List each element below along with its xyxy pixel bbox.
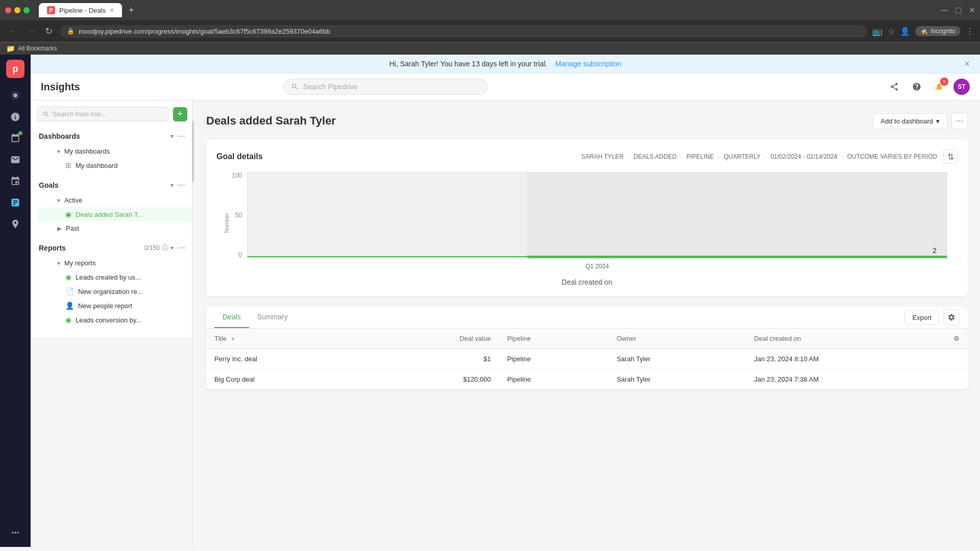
search-placeholder: Search Pipedrive [303, 83, 358, 91]
share-btn[interactable] [886, 79, 902, 95]
col-deal-value[interactable]: Deal value [369, 329, 499, 349]
table-row: Big Corp deal $120,000 Pipeline Sarah Ty… [206, 369, 968, 390]
cell-created-1: Jan 23, 2024 7:38 AM [746, 369, 968, 390]
goal-meta-sep3: · [718, 153, 720, 160]
col-owner[interactable]: Owner [608, 329, 746, 349]
header-search-bar[interactable]: Search Pipedrive [283, 79, 487, 95]
goal-meta-person: SARAH TYLER [581, 153, 624, 160]
sidebar-search-area: Search from Insi... + [37, 107, 187, 121]
chart-x-label: Q1 2024 [585, 263, 609, 270]
forward-btn[interactable]: → [24, 24, 38, 39]
cell-title-1[interactable]: Big Corp deal [206, 369, 369, 390]
sidebar: Search from Insi... + Dashboards ▾ ··· [31, 101, 194, 337]
browser-titlebar: P Pipeline - Deals × + ─ □ × [0, 0, 980, 20]
deals-tab-actions: Export [904, 309, 960, 325]
report-more-btn[interactable]: ··· [951, 113, 968, 129]
dashboards-subsection: ▾ My dashboards ⊞ My dashboard [31, 144, 193, 172]
col-settings-icon[interactable]: ⚙ [953, 335, 960, 342]
dashboards-section-header[interactable]: Dashboards ▾ ··· [31, 128, 193, 144]
nav-activities-icon[interactable] [6, 129, 24, 147]
reports-section-header[interactable]: Reports 0/150 ⓘ ▾ ··· [31, 239, 193, 256]
browser-close-btn[interactable] [5, 7, 11, 13]
leads-report-icon: ◉ [65, 273, 71, 281]
nav-insights-icon[interactable] [6, 193, 24, 212]
notification-close-btn[interactable]: × [964, 59, 970, 69]
header-actions: 9 ST [886, 79, 970, 95]
refresh-btn[interactable]: ↻ [43, 23, 55, 39]
chart-bg: 2 [247, 172, 947, 259]
address-bar[interactable]: 🔒 moodjoy.pipedrive.com/progress/insight… [60, 25, 867, 38]
incognito-badge: 🕵 Incognito [915, 26, 961, 36]
cast-icon[interactable]: 📺 [872, 27, 883, 36]
nav-calendar-icon[interactable] [6, 172, 24, 190]
goal-card: Goal details SARAH TYLER · DEALS ADDED ·… [206, 139, 968, 296]
grid-icon: ⊞ [65, 161, 71, 169]
sidebar-item-past[interactable]: ▶ Past [37, 221, 193, 235]
notification-btn[interactable]: 9 [931, 79, 947, 95]
bookmark-icon[interactable]: ☆ [888, 27, 895, 36]
tab-close-btn[interactable]: × [110, 6, 114, 14]
app-logo[interactable]: p [6, 60, 24, 78]
window-maximize-btn[interactable]: □ [956, 5, 962, 16]
export-btn[interactable]: Export [904, 310, 939, 325]
cell-title-0[interactable]: Perry Inc. deal [206, 349, 369, 369]
goals-section-header[interactable]: Goals ▾ ··· [31, 177, 193, 193]
deals-tabs: Deals Summary Export [206, 307, 968, 329]
col-pipeline[interactable]: Pipeline [499, 329, 609, 349]
sidebar-item-deals-added[interactable]: ◉ Deals added Sarah T... [37, 207, 193, 221]
table-settings-btn[interactable] [943, 309, 960, 325]
sidebar-item-active[interactable]: ▾ Active [37, 193, 193, 207]
sidebar-scroll-thumb[interactable] [192, 121, 194, 182]
sidebar-scrollbar[interactable] [192, 101, 194, 547]
sidebar-item-leads-conversion[interactable]: ◉ Leads conversion by... [37, 313, 193, 327]
notification-banner: Hi, Sarah Tyler! You have 13 days left i… [31, 55, 980, 73]
nav-mail-icon[interactable] [6, 151, 24, 169]
goals-more-btn[interactable]: ··· [178, 180, 185, 190]
profile-icon[interactable]: 👤 [900, 27, 910, 36]
reports-info-icon[interactable]: ⓘ [162, 243, 168, 253]
reports-more-btn[interactable]: ··· [178, 242, 185, 253]
nav-home-icon[interactable] [6, 86, 24, 105]
dashboards-more-btn[interactable]: ··· [178, 131, 185, 141]
sidebar-item-leads-created[interactable]: ◉ Leads created by us... [37, 270, 193, 284]
nav-more-icon[interactable] [6, 523, 24, 542]
sidebar-item-new-org-report[interactable]: 📄 New organization re... [37, 284, 193, 298]
browser-max-btn[interactable] [23, 7, 30, 13]
sidebar-item-my-reports[interactable]: ▾ My reports [37, 256, 193, 270]
help-btn[interactable] [909, 79, 925, 95]
back-btn[interactable]: ← [6, 24, 19, 39]
browser-min-btn[interactable] [14, 7, 20, 13]
col-created-on[interactable]: Deal created on ⚙ [746, 329, 968, 349]
window-minimize-btn[interactable]: ─ [941, 5, 948, 16]
lock-icon: 🔒 [67, 28, 75, 35]
sidebar-add-btn[interactable]: + [173, 107, 187, 121]
nav-deals-icon[interactable] [6, 108, 24, 126]
browser-tab-active[interactable]: P Pipeline - Deals × [39, 3, 122, 17]
reports-section-title: Reports [39, 244, 144, 252]
goal-expand-btn[interactable]: ⇅ [943, 149, 958, 164]
cell-pipeline-0: Pipeline [499, 349, 609, 369]
col-title[interactable]: Title ▼ [206, 329, 369, 349]
tab-favicon: P [47, 6, 55, 14]
cell-value-0: $1 [369, 349, 499, 369]
menu-icon[interactable]: ⋮ [966, 27, 974, 36]
reports-arrow-icon: ▾ [170, 244, 174, 252]
dashboards-section-title: Dashboards [39, 132, 170, 140]
goal-meta-dates: 01/02/2024 - 02/14/2024 [771, 153, 838, 160]
sidebar-search-input[interactable]: Search from Insi... [37, 107, 169, 121]
add-to-dashboard-btn[interactable]: Add to dashboard ▾ [873, 113, 947, 129]
sidebar-item-my-dashboards[interactable]: ▾ My dashboards [37, 144, 193, 158]
tab-deals[interactable]: Deals [214, 307, 249, 328]
new-tab-btn[interactable]: + [124, 3, 138, 17]
sidebar-item-my-dashboard[interactable]: ⊞ My dashboard [37, 158, 193, 172]
window-close-btn[interactable]: × [969, 5, 975, 16]
avatar[interactable]: ST [953, 79, 970, 95]
sidebar-item-new-people-report[interactable]: 👤 New people report [37, 298, 193, 313]
chart-y-50: 50 [235, 212, 242, 219]
tab-title: Pipeline - Deals [59, 7, 106, 14]
chevron-down-icon: ▾ [57, 148, 60, 155]
page-title: Insights [41, 81, 80, 93]
tab-summary[interactable]: Summary [249, 307, 296, 328]
manage-subscription-link[interactable]: Manage subscription [555, 60, 621, 68]
nav-contacts-icon[interactable] [6, 215, 24, 233]
